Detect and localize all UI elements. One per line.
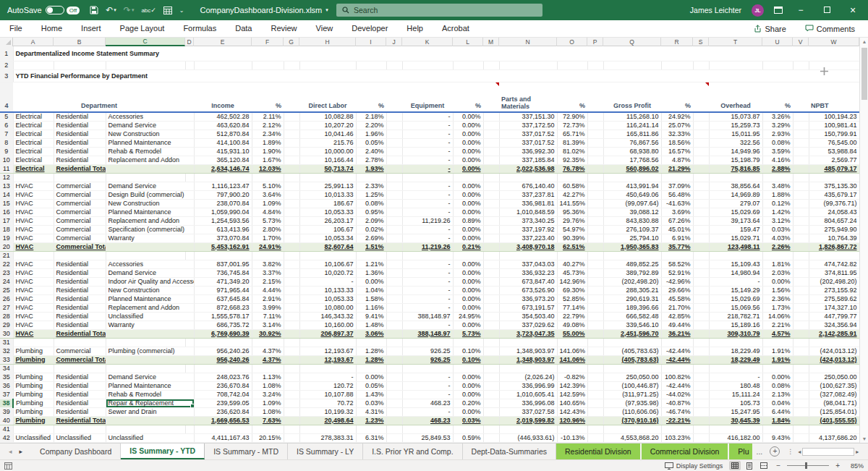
cell-C19[interactable]: Warranty (106, 234, 194, 242)
display-settings-button[interactable]: Display Settings (665, 462, 723, 470)
cell-J11[interactable] (386, 164, 402, 173)
cell-S2[interactable] (693, 61, 709, 70)
cell-V8[interactable] (793, 138, 809, 147)
cell-U26[interactable]: 2.36% (762, 294, 793, 303)
cell-M20[interactable] (483, 242, 499, 251)
cell-B9[interactable]: Residential (54, 147, 106, 156)
cell-M18[interactable] (483, 225, 499, 234)
row-header-2[interactable]: 2 (0, 61, 13, 70)
cell-H12[interactable] (299, 173, 356, 182)
column-header-P[interactable]: P (587, 38, 603, 46)
cell-V15[interactable] (793, 199, 809, 208)
cell-L30[interactable]: 5.73% (453, 329, 483, 338)
cell-V26[interactable] (793, 294, 809, 303)
cell-S39[interactable] (693, 407, 709, 416)
cell-S30[interactable] (693, 329, 709, 338)
cell-M5[interactable] (483, 112, 499, 122)
cell-E8[interactable]: 414,100.84 (194, 138, 252, 147)
cell-I42[interactable]: 6.31% (356, 433, 386, 442)
cell-R37[interactable]: -44.02% (661, 390, 693, 399)
cell-C5[interactable]: Accessories (106, 112, 194, 122)
ribbon-tab-formulas[interactable]: Formulas (174, 20, 226, 37)
cell-V41[interactable] (793, 425, 809, 433)
cell-Q38[interactable]: (97,935.98) (603, 399, 661, 407)
cell-H40[interactable]: 20,498.64 (299, 416, 356, 425)
row-header-38[interactable]: 38 (0, 399, 13, 407)
cell-R12[interactable] (661, 173, 693, 182)
cell-J33[interactable] (386, 355, 402, 364)
cell-V18[interactable] (793, 225, 809, 234)
cell-I27[interactable]: 1.16% (356, 303, 386, 312)
cell-H7[interactable]: 10,041.46 (299, 130, 356, 138)
cell-W23[interactable]: 374,811.95 (809, 268, 859, 277)
cell-H23[interactable]: 10,020.72 (299, 268, 356, 277)
cell-P28[interactable] (587, 312, 603, 321)
cell-S19[interactable] (693, 234, 709, 242)
cell-V7[interactable] (793, 130, 809, 138)
cell-E36[interactable]: 236,670.84 (194, 381, 252, 390)
header-spacer-D[interactable] (185, 82, 194, 112)
cell-U25[interactable]: 1.56% (762, 286, 793, 294)
cell-P21[interactable] (587, 251, 603, 260)
cell-G25[interactable] (284, 286, 299, 294)
cell-B22[interactable]: Residential (54, 260, 106, 268)
row-header-17[interactable]: 17 (0, 216, 13, 225)
cell-A16[interactable]: HVAC (13, 208, 54, 216)
cell-B21[interactable] (54, 251, 106, 260)
cell-V32[interactable] (793, 347, 809, 355)
cell-K2[interactable] (402, 61, 453, 70)
cell-T8[interactable]: 322.56 (709, 138, 762, 147)
cell-U15[interactable]: 0.12% (762, 199, 793, 208)
cell-S17[interactable] (693, 216, 709, 225)
cell-L34[interactable] (453, 364, 483, 373)
cell-A13[interactable]: HVAC (13, 182, 54, 190)
cell-A12[interactable] (13, 173, 54, 182)
cell-O9[interactable]: 81.02% (557, 147, 587, 156)
cell-U41[interactable] (762, 425, 793, 433)
cell-W7[interactable]: 150,799.91 (809, 130, 859, 138)
cell-S28[interactable] (693, 312, 709, 321)
cell-S26[interactable] (693, 294, 709, 303)
cell-J35[interactable] (386, 373, 402, 381)
cell-E26[interactable]: 637,645.84 (194, 294, 252, 303)
cell-I10[interactable]: 2.78% (356, 156, 386, 164)
cell-F11[interactable]: 12.03% (252, 164, 284, 173)
cell-V19[interactable] (793, 234, 809, 242)
cell-P16[interactable] (587, 208, 603, 216)
cell-T30[interactable]: 309,310.79 (709, 329, 762, 338)
cell-L11[interactable]: 0.00% (453, 164, 483, 173)
cell-E19[interactable]: 373,070.84 (194, 234, 252, 242)
cell-M41[interactable] (483, 425, 499, 433)
cell-F23[interactable]: 3.37% (252, 268, 284, 277)
header-F[interactable]: % (252, 82, 284, 112)
cell-E35[interactable]: 248,023.76 (194, 373, 252, 381)
cell-G5[interactable] (284, 112, 299, 122)
cell-L6[interactable]: 0.00% (453, 121, 483, 130)
cell-N18[interactable]: 337,197.92 (499, 225, 557, 234)
cell-B13[interactable]: Commercial (54, 182, 106, 190)
cell-A26[interactable]: HVAC (13, 294, 54, 303)
cell-R6[interactable]: 25.07% (661, 121, 693, 130)
cell-J14[interactable] (386, 190, 402, 199)
cell-T34[interactable] (709, 364, 762, 373)
cell-J32[interactable] (386, 347, 402, 355)
cell-W30[interactable]: 2,142,285.91 (809, 329, 859, 338)
cell-M29[interactable] (483, 321, 499, 329)
cell-M38[interactable] (483, 399, 499, 407)
cell-P27[interactable] (587, 303, 603, 312)
ribbon-tab-file[interactable]: File (0, 20, 32, 37)
row-header-18[interactable]: 18 (0, 225, 13, 234)
cell-G13[interactable] (284, 182, 299, 190)
row-header-35[interactable]: 35 (0, 373, 13, 381)
cell-F7[interactable]: 2.34% (252, 130, 284, 138)
cell-A6[interactable]: Electrical (13, 121, 54, 130)
cell-M10[interactable] (483, 156, 499, 164)
cell-F8[interactable]: 1.89% (252, 138, 284, 147)
cell-R30[interactable]: 36.21% (661, 329, 693, 338)
column-header-E[interactable]: E (194, 38, 252, 46)
cell-V11[interactable] (793, 164, 809, 173)
cell-R27[interactable]: 21.70% (661, 303, 693, 312)
cell-V30[interactable] (793, 329, 809, 338)
cell-V39[interactable] (793, 407, 809, 416)
cell-O17[interactable]: 29.76% (557, 216, 587, 225)
